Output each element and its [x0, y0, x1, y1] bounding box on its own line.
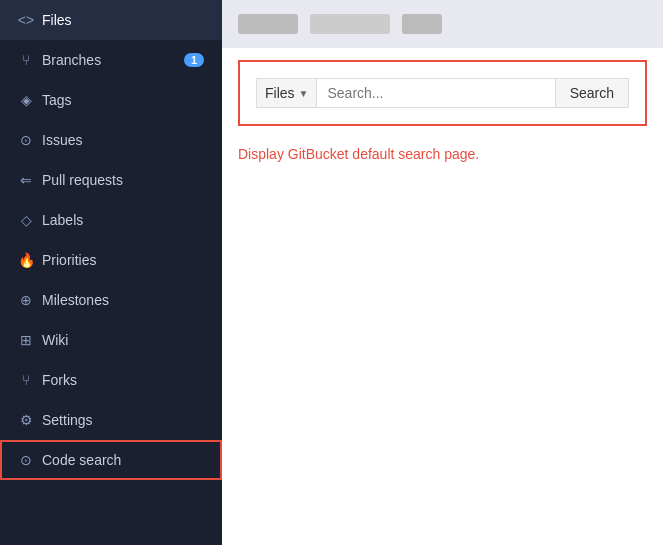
sidebar-item-issues[interactable]: ⊙Issues [0, 120, 222, 160]
forks-icon: ⑂ [18, 372, 34, 388]
sidebar-item-tags[interactable]: ◈Tags [0, 80, 222, 120]
sidebar-item-pull-requests[interactable]: ⇐Pull requests [0, 160, 222, 200]
pull-requests-icon: ⇐ [18, 172, 34, 188]
labels-icon: ◇ [18, 212, 34, 228]
search-type-dropdown[interactable]: Files ▼ [256, 78, 316, 108]
priorities-icon: 🔥 [18, 252, 34, 268]
sidebar-item-wiki[interactable]: ⊞Wiki [0, 320, 222, 360]
search-section: Files ▼ Search [238, 60, 647, 126]
sidebar-item-milestones[interactable]: ⊕Milestones [0, 280, 222, 320]
search-type-label: Files [265, 85, 295, 101]
sidebar-item-files[interactable]: <>Files [0, 0, 222, 40]
milestones-icon: ⊕ [18, 292, 34, 308]
sidebar-item-label-tags: Tags [42, 92, 72, 108]
sidebar-item-label-forks: Forks [42, 372, 77, 388]
search-button[interactable]: Search [556, 78, 629, 108]
header-avatar-1 [238, 14, 298, 34]
sidebar-item-label-branches: Branches [42, 52, 101, 68]
search-message: Display GitBucket default search page. [222, 126, 663, 182]
chevron-down-icon: ▼ [299, 88, 309, 99]
files-icon: <> [18, 12, 34, 28]
sidebar-item-branches[interactable]: ⑂Branches1 [0, 40, 222, 80]
main-content: Files ▼ Search Display GitBucket default… [222, 0, 663, 545]
sidebar-item-label-labels: Labels [42, 212, 83, 228]
sidebar-item-label-pull-requests: Pull requests [42, 172, 123, 188]
sidebar-item-label-milestones: Milestones [42, 292, 109, 308]
sidebar-item-label-settings: Settings [42, 412, 93, 428]
branches-badge: 1 [184, 53, 204, 67]
tags-icon: ◈ [18, 92, 34, 108]
code-search-icon: ⊙ [18, 452, 34, 468]
settings-icon: ⚙ [18, 412, 34, 428]
branches-icon: ⑂ [18, 52, 34, 68]
wiki-icon: ⊞ [18, 332, 34, 348]
sidebar-item-label-wiki: Wiki [42, 332, 68, 348]
sidebar-item-labels[interactable]: ◇Labels [0, 200, 222, 240]
search-input[interactable] [316, 78, 555, 108]
sidebar-item-forks[interactable]: ⑂Forks [0, 360, 222, 400]
header-avatar-2 [310, 14, 390, 34]
issues-icon: ⊙ [18, 132, 34, 148]
sidebar-item-label-files: Files [42, 12, 72, 28]
sidebar-item-code-search[interactable]: ⊙Code search [0, 440, 222, 480]
sidebar-item-priorities[interactable]: 🔥Priorities [0, 240, 222, 280]
sidebar-item-label-priorities: Priorities [42, 252, 96, 268]
sidebar: <>Files⑂Branches1◈Tags⊙Issues⇐Pull reque… [0, 0, 222, 545]
sidebar-item-label-code-search: Code search [42, 452, 121, 468]
header-avatar-3 [402, 14, 442, 34]
sidebar-item-label-issues: Issues [42, 132, 82, 148]
main-header [222, 0, 663, 48]
sidebar-item-settings[interactable]: ⚙Settings [0, 400, 222, 440]
